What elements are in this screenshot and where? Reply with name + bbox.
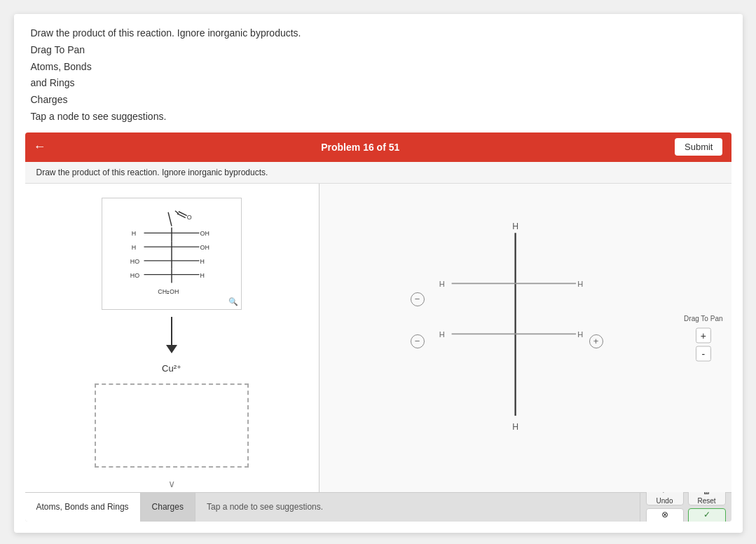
tap-suggestion: Tap a node to see suggestions. bbox=[195, 493, 640, 522]
instruction-text: Draw the product of this reaction. Ignor… bbox=[25, 162, 731, 184]
header-bar: ← Problem 16 of 51 Submit bbox=[25, 132, 731, 162]
problem-label: Problem 16 of 51 bbox=[321, 142, 399, 153]
svg-text:O: O bbox=[187, 213, 192, 220]
main-content: O H OH H OH bbox=[25, 184, 731, 492]
info-line6: Tap a node to see suggestions. bbox=[31, 109, 726, 125]
svg-text:HO: HO bbox=[130, 258, 139, 265]
info-line2: Drag To Pan bbox=[31, 42, 726, 59]
back-button[interactable]: ← bbox=[34, 140, 46, 154]
zoom-out-button[interactable]: - bbox=[696, 346, 711, 361]
minus-badge-1[interactable]: − bbox=[411, 292, 425, 306]
drag-pan-label: Drag To Pan bbox=[684, 314, 722, 322]
svg-text:H: H bbox=[577, 280, 583, 288]
done-button[interactable]: ✓ Done bbox=[688, 508, 726, 522]
right-panel[interactable]: H H H H H H bbox=[319, 184, 731, 492]
svg-text:HO: HO bbox=[130, 271, 139, 278]
molecule-svg: O H OH H OH bbox=[102, 198, 241, 309]
svg-text:OH: OH bbox=[200, 230, 209, 237]
svg-text:H: H bbox=[132, 230, 136, 237]
info-line5: Charges bbox=[31, 92, 726, 109]
app-area: ← Problem 16 of 51 Submit Draw the produ… bbox=[25, 132, 731, 522]
chevron-down-icon[interactable]: ∨ bbox=[168, 478, 175, 489]
svg-text:H: H bbox=[512, 221, 518, 231]
info-line4: and Rings bbox=[31, 75, 726, 92]
svg-text:H: H bbox=[439, 330, 444, 339]
svg-line-0 bbox=[168, 212, 172, 226]
product-box[interactable] bbox=[95, 383, 249, 468]
svg-line-1 bbox=[175, 211, 179, 214]
done-icon: ✓ bbox=[703, 510, 710, 519]
reaction-arrow bbox=[166, 317, 177, 353]
charges-tab[interactable]: Charges bbox=[141, 493, 195, 522]
remove-button[interactable]: ⊗ Remove bbox=[646, 508, 684, 522]
submit-button[interactable]: Submit bbox=[675, 138, 722, 156]
atoms-bonds-rings-tab[interactable]: Atoms, Bonds and Rings bbox=[25, 493, 141, 522]
remove-icon: ⊗ bbox=[661, 510, 668, 519]
drawing-svg: H H H H H H bbox=[319, 184, 731, 492]
svg-text:CH₂OH: CH₂OH bbox=[158, 288, 179, 295]
svg-text:H: H bbox=[132, 244, 136, 251]
svg-text:H: H bbox=[200, 258, 204, 265]
info-line3: Atoms, Bonds bbox=[31, 59, 726, 76]
molecule-box: O H OH H OH bbox=[102, 198, 242, 310]
magnify-icon[interactable]: 🔍 bbox=[228, 297, 238, 306]
action-row-2: ⊗ Remove ✓ Done bbox=[646, 508, 726, 522]
svg-text:OH: OH bbox=[200, 244, 209, 251]
svg-text:H: H bbox=[577, 330, 583, 339]
drawing-canvas[interactable]: H H H H H H bbox=[319, 184, 731, 492]
bottom-toolbar: Atoms, Bonds and Rings Charges Tap a nod… bbox=[25, 492, 731, 522]
info-line1: Draw the product of this reaction. Ignor… bbox=[31, 25, 726, 42]
info-panel: Draw the product of this reaction. Ignor… bbox=[14, 14, 743, 132]
left-panel: O H OH H OH bbox=[25, 184, 319, 492]
svg-text:H: H bbox=[512, 422, 518, 432]
plus-badge[interactable]: + bbox=[589, 334, 603, 348]
svg-text:H: H bbox=[200, 271, 204, 278]
svg-text:H: H bbox=[439, 280, 444, 288]
reagent-label: Cu²⁺ bbox=[162, 363, 181, 374]
zoom-in-button[interactable]: + bbox=[696, 327, 711, 343]
minus-badge-2[interactable]: − bbox=[411, 334, 425, 348]
zoom-controls: Drag To Pan + - bbox=[684, 314, 722, 361]
